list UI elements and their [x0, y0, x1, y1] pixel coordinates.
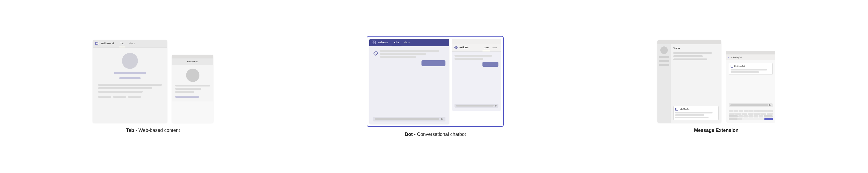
tab-app-name: HelloWorld — [101, 42, 114, 45]
tab-bars-group — [98, 84, 162, 98]
bot-chat-bubble-group — [380, 50, 445, 58]
bot-reply-button — [422, 60, 445, 66]
tab-mobile-header: HelloWorld — [172, 58, 213, 65]
bot-mobile-chat-tab[interactable]: Chat — [482, 44, 491, 51]
tab-gray-bar1 — [98, 84, 162, 86]
svg-rect-13 — [677, 109, 678, 110]
svg-rect-12 — [676, 109, 676, 110]
bot-tab-about[interactable]: About — [402, 39, 412, 46]
key5 — [748, 110, 753, 112]
tab-bottom-bar2 — [113, 96, 126, 98]
bot-mobile-status — [452, 39, 501, 44]
msgext-mobile-input-bar — [730, 104, 768, 106]
bot-mobile-tab-underline — [483, 51, 490, 51]
bot-mobile-app-name: HelloBot — [459, 46, 469, 49]
tab-gray-bar2 — [98, 87, 152, 89]
keyboard-row1 — [729, 110, 773, 112]
msgext-section: Teams — [657, 40, 775, 133]
key14 — [754, 113, 760, 115]
bot-tab-chat-label: Chat — [394, 41, 399, 44]
chat-bar1 — [380, 50, 439, 52]
tab-mobile-bar1 — [175, 84, 210, 86]
tab-mobile-status-bar — [172, 55, 213, 58]
bot-mobile-spacer — [455, 69, 498, 102]
bot-input-row — [373, 117, 445, 122]
msgext-mobile-panel: HelloMsgExt — [729, 63, 773, 75]
bot-app-icon — [372, 41, 376, 44]
bot-spacer — [373, 69, 445, 114]
msgext-chat-list — [673, 52, 719, 60]
key6 — [753, 110, 758, 112]
key-del — [764, 115, 773, 118]
bot-desktop-header: HelloBot Chat About — [369, 39, 449, 46]
key13 — [748, 113, 753, 115]
key20 — [753, 115, 758, 118]
tab-bottom-bar1 — [98, 96, 111, 98]
bot-mobile-tabs: Chat More — [482, 44, 499, 51]
tab-tab1-label: Tab — [120, 42, 124, 45]
svg-rect-3 — [97, 44, 98, 45]
tab-desktop-card: HelloWorld Tab About — [93, 40, 167, 123]
bot-mobile-chat-label: Chat — [484, 46, 489, 49]
key15 — [761, 113, 766, 115]
msgext-desktop-card: Teams — [657, 40, 721, 123]
bot-section: HelloBot Chat About — [367, 36, 504, 137]
key12 — [742, 113, 747, 115]
msgext-panel-icon — [675, 108, 678, 110]
bot-mb-bar1 — [455, 55, 492, 57]
tab-section: HelloWorld Tab About — [93, 40, 213, 133]
msgext-mobile-input — [729, 103, 773, 107]
msgext-panel-name: HelloMsgExt — [679, 108, 689, 110]
tab-circle-placeholder — [122, 53, 138, 69]
msgext-desktop-layout: Teams — [657, 44, 721, 123]
msgext-sidebar — [657, 44, 671, 123]
msgext-panel-header: HelloMsgExt — [675, 108, 717, 110]
chat-bar2 — [380, 53, 426, 55]
bot-mobile-body — [452, 51, 501, 111]
bot-desktop-body — [369, 46, 449, 124]
msgext-section-label: Message Extension — [694, 128, 739, 133]
key10 — [729, 113, 735, 115]
tab-tab-about[interactable]: About — [126, 40, 137, 47]
bot-send-icon[interactable] — [441, 118, 443, 120]
msgext-mobile-spacer — [729, 77, 773, 101]
msgext-panel: HelloMsgExt — [673, 106, 719, 120]
bot-mobile-send-icon[interactable] — [495, 105, 497, 107]
tab-mobile-bar3 — [175, 91, 194, 93]
bot-desktop-card: HelloBot Chat About — [369, 39, 449, 124]
msgext-mobile-bar2 — [731, 71, 759, 73]
bot-mobile-card: HelloBot Chat More — [452, 39, 501, 111]
tab-app-icon — [95, 42, 99, 45]
msgext-mobile-panel-name: HelloMsgExt — [734, 65, 745, 67]
tab-mobile-bar2 — [175, 88, 201, 90]
bot-mobile-reply-btn-inner[interactable] — [483, 62, 498, 67]
tab-tab-chat[interactable]: Tab — [118, 40, 126, 47]
bot-mobile-more-label: More — [492, 46, 497, 49]
bot-diamond-icon — [373, 50, 378, 56]
bot-tab-chat[interactable]: Chat — [392, 39, 402, 46]
bot-mobile-input-row — [455, 104, 498, 107]
bot-chat-row1 — [373, 50, 445, 58]
key2 — [734, 110, 738, 112]
key17 — [738, 115, 743, 118]
tab-bottom-bar3 — [128, 96, 141, 98]
msgext-spacer — [673, 62, 719, 104]
tab-gray-bar3 — [98, 91, 143, 93]
svg-rect-2 — [96, 44, 97, 45]
bot-section-label: Bot - Conversational chatbot — [405, 132, 466, 137]
tab-bar1 — [114, 72, 146, 74]
msgext-desktop-topbar — [657, 40, 721, 44]
bot-mobile-header: HelloBot Chat More — [452, 44, 501, 51]
tab-mobile-body — [172, 65, 213, 101]
msgext-mobile-card: ‹ HelloMsgExt HelloMsgExt — [726, 51, 775, 123]
bot-mobile-input-bar — [456, 105, 494, 106]
keyboard-row2 — [729, 113, 773, 115]
chat-bar3 — [380, 56, 416, 58]
key-return — [765, 118, 773, 120]
key-space — [742, 118, 764, 120]
msgext-mobile-send-icon[interactable] — [769, 104, 771, 106]
msgext-mobile-panel-icon — [731, 65, 733, 68]
bot-mobile-more-tab[interactable]: More — [491, 44, 499, 51]
bot-mockup-wrapper: HelloBot Chat About — [367, 36, 504, 127]
bot-reply-btn[interactable] — [422, 60, 445, 66]
